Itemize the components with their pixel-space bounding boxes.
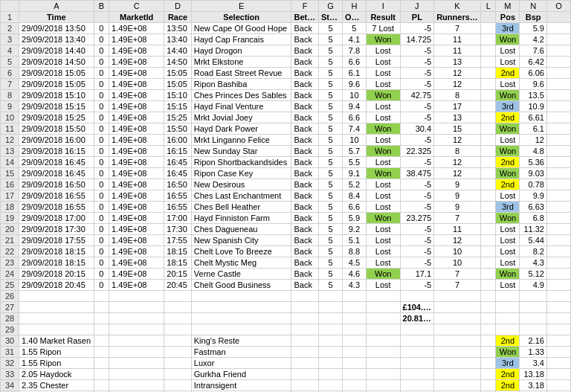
table-row: 9 29/09/2018 15:15 0 1.49E+08 15:15 Hayd…	[1, 101, 571, 112]
cell-selection: Ches Princes Des Sables	[191, 90, 291, 101]
cell-stake: 5	[318, 246, 342, 257]
cell-result: Won	[366, 34, 400, 45]
cell-pos: 3rd	[496, 101, 520, 112]
cell-value	[94, 335, 109, 347]
cell-o	[546, 34, 570, 45]
cell-time: 29/09/2018 16:55	[19, 190, 94, 202]
header-pl: PL	[400, 12, 434, 23]
cell-race: 15:50	[164, 123, 192, 135]
cell-runners: 11	[434, 45, 481, 57]
cell-value: 0	[94, 57, 109, 68]
row-num: 24	[1, 269, 19, 280]
cell-result: Lost	[366, 112, 400, 123]
cell-runners: 12	[434, 235, 481, 246]
cell-odds: 4.3	[342, 280, 366, 291]
summary-row-1: 27 £104.05	[1, 302, 571, 313]
col-header-m: M	[496, 1, 520, 12]
cell-time: 29/09/2018 16:00	[19, 135, 94, 146]
row-num: 10	[1, 112, 19, 123]
row-num: 19	[1, 213, 19, 224]
cell-runners: 12	[434, 79, 481, 90]
cell-value: 0	[94, 269, 109, 280]
cell-time: 29/09/2018 13:50	[19, 23, 94, 34]
cell-runners: 8	[434, 90, 481, 101]
cell-pl: -5	[400, 224, 434, 235]
cell-l	[480, 358, 496, 369]
cell-bettype: Back	[291, 23, 319, 34]
cell-odds: 4.6	[342, 269, 366, 280]
cell-selection: Ches Bell Heather	[191, 202, 291, 213]
col-header-n: N	[520, 1, 547, 12]
cell-pos: 2nd	[496, 380, 520, 391]
cell-race	[164, 335, 192, 347]
cell-marketid: 1.49E+08	[109, 34, 164, 45]
cell-stake: 5	[318, 45, 342, 57]
cell-pl: -5	[400, 190, 434, 202]
cell-bettype	[291, 347, 319, 358]
cell-pl: -5	[400, 45, 434, 57]
cell-race: 20:45	[164, 280, 192, 291]
cell-pl: 38.475	[400, 168, 434, 179]
cell-odds: 4.1	[342, 34, 366, 45]
cell-stake: 5	[318, 157, 342, 168]
cell-pl: 17.1	[400, 269, 434, 280]
cell-selection: Ches Last Enchantment	[191, 190, 291, 202]
cell-marketid	[109, 369, 164, 380]
cell-bettype: Back	[291, 269, 319, 280]
extra-table-row: 30 1.40 Market Rasen King's Reste 2nd 2.…	[1, 335, 571, 347]
row-num: 9	[1, 101, 19, 112]
cell-marketid: 1.49E+08	[109, 45, 164, 57]
cell-stake: 5	[318, 112, 342, 123]
cell-pos: Lost	[496, 246, 520, 257]
cell-l	[480, 190, 496, 202]
cell-odds: 8.8	[342, 246, 366, 257]
cell-o	[546, 347, 570, 358]
cell-bsp: 6.06	[520, 68, 547, 79]
cell-time: 29/09/2018 14:40	[19, 45, 94, 57]
cell-bettype: Back	[291, 235, 319, 246]
cell-o	[546, 280, 570, 291]
cell-result: Lost	[366, 190, 400, 202]
cell-time: 29/09/2018 15:05	[19, 79, 94, 90]
cell-bsp: 13.5	[520, 90, 547, 101]
cell-o	[546, 358, 570, 369]
cell-pl: -5	[400, 202, 434, 213]
cell-odds: 9.4	[342, 101, 366, 112]
cell-selection: Mrkt Linganno Felice	[191, 135, 291, 146]
cell-o	[546, 257, 570, 269]
cell-odds	[342, 347, 366, 358]
cell-race: 13:40	[164, 34, 192, 45]
cell-race: 17:00	[164, 213, 192, 224]
row-num: 12	[1, 135, 19, 146]
header-bsp: Bsp	[520, 12, 547, 23]
spreadsheet-table: A B C D E F G H I J K L M N O 1 Time Mar…	[0, 0, 571, 392]
row-num: 16	[1, 179, 19, 190]
cell-bettype: Back	[291, 168, 319, 179]
cell-time: 2.35 Chester	[19, 380, 94, 391]
cell-result: Lost	[366, 202, 400, 213]
cell-stake: 5	[318, 269, 342, 280]
cell-value: 0	[94, 34, 109, 45]
cell-pl: 22.325	[400, 146, 434, 157]
col-header-l: L	[480, 1, 496, 12]
cell-marketid	[109, 335, 164, 347]
cell-result	[366, 369, 400, 380]
cell-runners	[434, 358, 481, 369]
cell-result: Lost	[366, 179, 400, 190]
cell-l	[480, 280, 496, 291]
cell-runners: 9	[434, 202, 481, 213]
cell-result: 7 Lost	[366, 23, 400, 34]
cell-bettype: Back	[291, 280, 319, 291]
cell-result: Lost	[366, 57, 400, 68]
header-o	[546, 12, 570, 23]
blank-row-2: 29	[1, 324, 571, 335]
cell-marketid: 1.49E+08	[109, 224, 164, 235]
cell-result	[366, 380, 400, 391]
cell-odds: 8.4	[342, 190, 366, 202]
cell-selection: Chelt Mystic Meg	[191, 257, 291, 269]
cell-race: 16:45	[164, 157, 192, 168]
cell-runners: 10	[434, 257, 481, 269]
cell-o	[546, 380, 570, 391]
cell-bsp: 9.6	[520, 79, 547, 90]
extra-table-row: 34 2.35 Chester Intransigent 2nd 3.18	[1, 380, 571, 391]
